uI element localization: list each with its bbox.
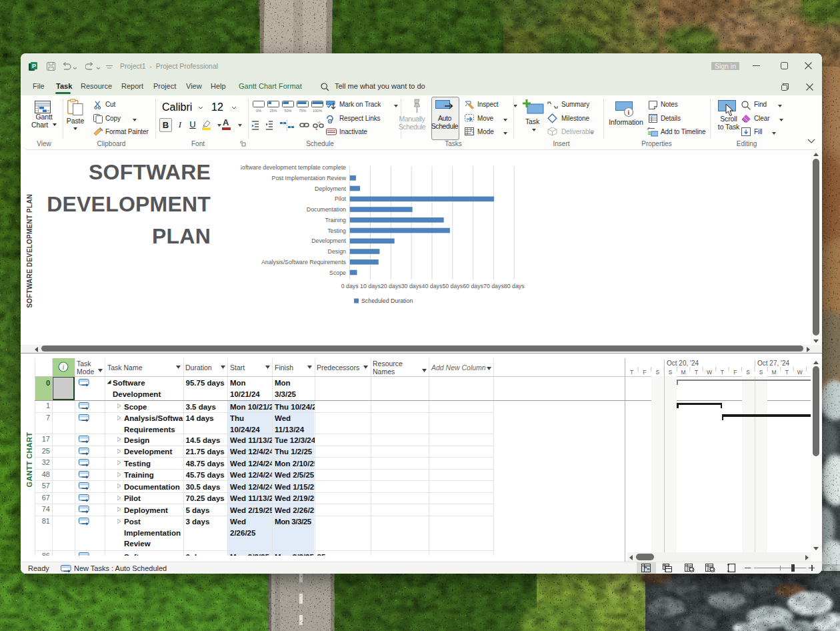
svg-text:T: T: [785, 369, 789, 376]
svg-text:Deployment: Deployment: [315, 185, 346, 192]
svg-text:Training: Training: [325, 217, 347, 223]
svg-text:25%: 25%: [269, 109, 277, 113]
svg-text:100%: 100%: [313, 109, 322, 113]
svg-text:0%: 0%: [256, 109, 261, 113]
svg-text:M: M: [681, 369, 686, 376]
svg-text:?: ?: [472, 130, 475, 137]
svg-text:20 days: 20 days: [381, 283, 401, 289]
svg-text:Documentation: Documentation: [307, 206, 346, 213]
svg-text:S: S: [746, 369, 750, 376]
svg-text:P: P: [32, 63, 36, 69]
svg-text:M: M: [771, 369, 776, 376]
svg-text:Scheduled Duration: Scheduled Duration: [361, 297, 413, 304]
svg-text:Post Implementation Review: Post Implementation Review: [272, 175, 347, 181]
svg-text:Analysis/Software Requirements: Analysis/Software Requirements: [261, 259, 347, 265]
svg-text:30 days: 30 days: [401, 283, 422, 289]
svg-text:Software development template: Software development template complete: [241, 164, 346, 171]
svg-text:70 days: 70 days: [483, 283, 504, 289]
svg-text:F: F: [643, 369, 646, 376]
svg-text:S: S: [759, 369, 763, 376]
svg-text:i: i: [628, 109, 630, 116]
svg-text:Scope: Scope: [329, 269, 346, 276]
svg-text:W: W: [797, 369, 803, 376]
svg-text:10 days: 10 days: [360, 283, 381, 289]
svg-text:W: W: [707, 369, 712, 376]
svg-text:50 days: 50 days: [442, 283, 463, 289]
svg-text:F: F: [733, 369, 737, 376]
svg-text:Development: Development: [311, 237, 346, 244]
svg-text:S: S: [655, 369, 659, 376]
svg-text:S: S: [669, 369, 673, 376]
svg-text:60 days: 60 days: [463, 283, 483, 289]
svg-text:Pilot: Pilot: [335, 195, 347, 202]
svg-text:Design: Design: [328, 248, 346, 255]
svg-text:T: T: [721, 369, 724, 376]
svg-text:75%: 75%: [299, 109, 306, 113]
svg-text:T: T: [695, 369, 698, 376]
svg-text:Testing: Testing: [327, 227, 346, 234]
svg-text:40 days: 40 days: [422, 283, 443, 289]
svg-text:T: T: [630, 369, 633, 376]
svg-text:0 days: 0 days: [341, 283, 359, 289]
svg-text:50%: 50%: [284, 109, 291, 113]
svg-text:i: i: [63, 364, 65, 371]
svg-text:80 days: 80 days: [504, 283, 525, 289]
